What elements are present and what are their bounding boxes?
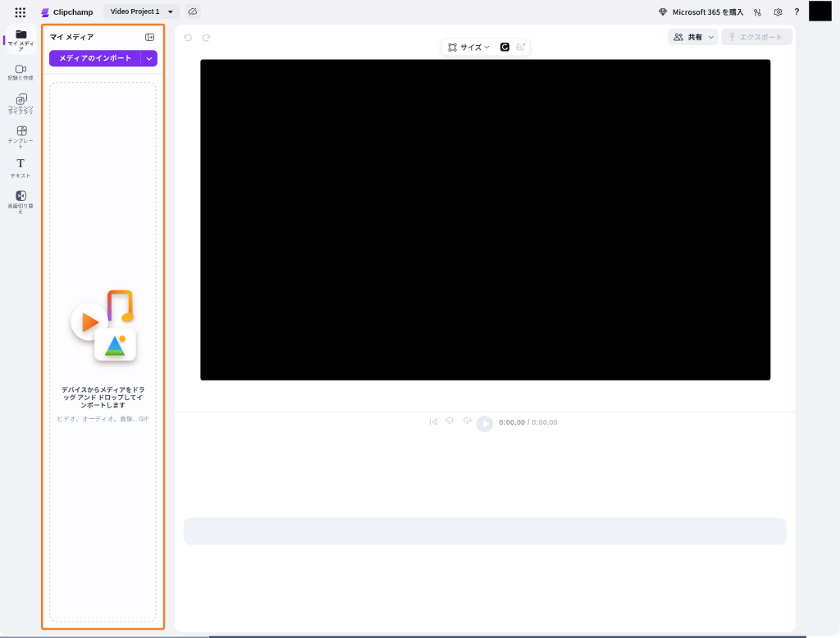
svg-text:5: 5 [448, 420, 450, 425]
svg-text:5: 5 [466, 420, 468, 425]
